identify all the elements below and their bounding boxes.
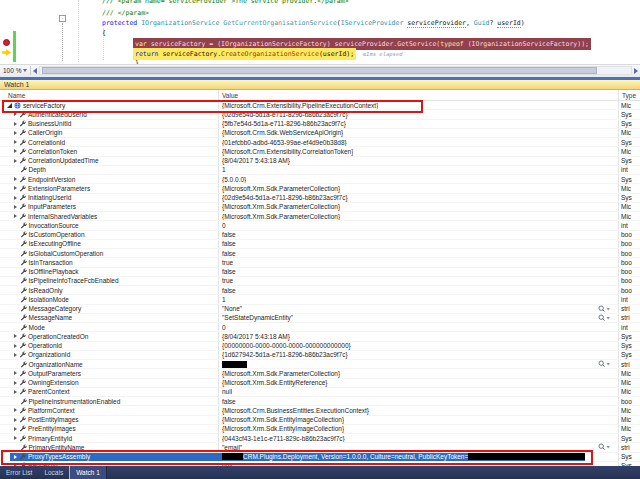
watch-row-PlatformContext[interactable]: PlatformContext{Microsoft.Crm.BusinessEn… <box>0 406 640 415</box>
watch-row-InvocationSource[interactable]: InvocationSource0int <box>0 221 640 230</box>
magnifier-icon[interactable] <box>598 314 611 322</box>
watch-row-CorrelationId[interactable]: CorrelationId{01efcbb0-adbd-4653-99ae-ef… <box>0 138 640 147</box>
watch-row-InputParameters[interactable]: InputParameters{Microsoft.Xrm.Sdk.Parame… <box>0 203 640 212</box>
text-visualizer-control[interactable] <box>598 443 611 451</box>
watch-row-PostEntityImages[interactable]: PostEntityImages{Microsoft.Xrm.Sdk.Entit… <box>0 416 640 425</box>
row-type-label: boo <box>621 286 632 294</box>
row-type-label: int <box>621 295 628 303</box>
watch-row-OrganizationName[interactable]: OrganizationNamestri <box>0 360 640 369</box>
watch-row-CorrelationUpdatedTime[interactable]: CorrelationUpdatedTime{8/04/2017 5:43:18… <box>0 157 640 166</box>
magnifier-icon[interactable] <box>598 360 611 368</box>
column-header-value[interactable]: Value <box>222 92 238 99</box>
magnifier-icon[interactable] <box>598 443 611 451</box>
editor-zoom-control[interactable]: 100 % <box>0 67 30 74</box>
watch-row-IsReadOnly[interactable]: IsReadOnlyfalseboo <box>0 286 640 295</box>
watch-row-PipelineInstrumentationEnabled[interactable]: PipelineInstrumentationEnabledfalseboo <box>0 397 640 406</box>
column-divider[interactable] <box>218 90 219 466</box>
watch-row-IsExecutingOffline[interactable]: IsExecutingOfflinefalseboo <box>0 240 640 249</box>
watch-row-MessageCategory[interactable]: MessageCategory"None"stri <box>0 305 640 314</box>
expand-arrow-icon[interactable] <box>14 390 17 394</box>
expand-arrow-icon[interactable] <box>14 214 17 218</box>
watch-row-IsPipelineInfoTraceFcbEnabled[interactable]: IsPipelineInfoTraceFcbEnabledtrueboo <box>0 277 640 286</box>
expand-arrow-icon[interactable] <box>14 140 17 144</box>
expand-arrow-icon[interactable] <box>14 371 17 375</box>
row-value-cell: "None" <box>222 305 242 313</box>
scrollbar-thumb[interactable] <box>42 67 597 74</box>
watch-row-Depth[interactable]: Depth1int <box>0 166 640 175</box>
watch-row-CorrelationToken[interactable]: CorrelationToken{Microsoft.Crm.Extensibi… <box>0 147 640 156</box>
watch-row-IsGlobalCustomOperation[interactable]: IsGlobalCustomOperationfalseboo <box>0 249 640 258</box>
column-header-name[interactable]: Name <box>8 92 25 99</box>
watch-row-OperationId[interactable]: OperationId{00000000-0000-0000-0000-0000… <box>0 342 640 351</box>
watch-row-ExtensionParameters[interactable]: ExtensionParameters{Microsoft.Xrm.Sdk.Pa… <box>0 184 640 193</box>
row-value-label: false <box>222 240 236 247</box>
expand-arrow-icon[interactable] <box>14 334 17 338</box>
watch-row-ParentContext[interactable]: ParentContextnullMic <box>0 388 640 397</box>
expand-arrow-icon[interactable] <box>14 436 17 440</box>
watch-row-CallerOrigin[interactable]: CallerOrigin{Microsoft.Crm.Sdk.WebServic… <box>0 129 640 138</box>
property-wrench-icon <box>20 277 27 284</box>
expand-arrow-icon[interactable] <box>14 418 17 422</box>
watch-row-IsInTransaction[interactable]: IsInTransactiontrueboo <box>0 258 640 267</box>
expand-arrow-icon[interactable] <box>14 149 17 153</box>
row-type-label: Mic <box>621 184 631 192</box>
watch-row-EndpointVersion[interactable]: EndpointVersion{5.0.0.0}Sys <box>0 175 640 184</box>
horizontal-scrollbar[interactable] <box>39 66 632 75</box>
expand-arrow-icon[interactable] <box>14 112 17 116</box>
watch-row-BusinessUnitId[interactable]: BusinessUnitId{5fb7e54d-5d1a-e711-8296-b… <box>0 120 640 129</box>
expand-arrow-icon[interactable] <box>14 196 17 200</box>
tool-window-tab-watch-1[interactable]: Watch 1 <box>69 466 107 479</box>
expand-arrow-icon[interactable] <box>14 159 17 163</box>
property-wrench-icon <box>19 194 26 201</box>
scroll-left-icon[interactable] <box>33 68 37 74</box>
watch-row-IsolationMode[interactable]: IsolationMode1int <box>0 295 640 304</box>
scroll-right-icon[interactable] <box>634 68 638 74</box>
expand-arrow-icon[interactable] <box>14 381 17 385</box>
column-header-type[interactable]: Type <box>622 92 636 99</box>
code-editor[interactable]: - /// <param name="serviceProvider">The … <box>0 0 640 64</box>
watch-row-OperationCreatedOn[interactable]: OperationCreatedOn{8/04/2017 5:43:18 AM}… <box>0 332 640 341</box>
row-value-label: false <box>222 231 236 238</box>
expand-arrow-icon[interactable] <box>14 122 17 126</box>
watch-row-PreEntityImages[interactable]: PreEntityImages{Microsoft.Xrm.Sdk.Entity… <box>0 425 640 434</box>
text-visualizer-control[interactable] <box>598 314 611 322</box>
expand-arrow-icon[interactable] <box>14 408 17 412</box>
row-name-label: IsolationMode <box>29 296 69 303</box>
breakpoint-icon[interactable] <box>3 39 10 46</box>
tool-window-tab-error-list[interactable]: Error List <box>0 466 38 479</box>
property-wrench-icon <box>19 129 26 136</box>
row-value-cell: {Microsoft.Xrm.Sdk.EntityReference} <box>222 379 328 387</box>
watch-row-IsOfflinePlayback[interactable]: IsOfflinePlaybackfalseboo <box>0 268 640 277</box>
watch-row-IsCustomOperation[interactable]: IsCustomOperationfalseboo <box>0 231 640 240</box>
expand-arrow-icon[interactable] <box>14 177 17 181</box>
watch-row-OutputParameters[interactable]: OutputParameters{Microsoft.Xrm.Sdk.Param… <box>0 369 640 378</box>
watch-row-Mode[interactable]: Mode0int <box>0 323 640 332</box>
expand-arrow-icon[interactable] <box>14 353 17 357</box>
tool-window-tab-locals[interactable]: Locals <box>38 466 69 479</box>
row-value-cell: {0443cf43-1e1c-e711-829c-b86b23ac9f7c} <box>222 434 345 442</box>
chevron-down-icon[interactable] <box>23 69 27 72</box>
row-value-label: 1 <box>222 166 226 173</box>
watch-window-title-bar[interactable]: Watch 1 <box>0 80 640 91</box>
watch-row-PrimaryEntityId[interactable]: PrimaryEntityId{0443cf43-1e1c-e711-829c-… <box>0 434 640 443</box>
watch-row-InitiatingUserId[interactable]: InitiatingUserId{02d9e54d-5d1a-e711-8296… <box>0 194 640 203</box>
watch-row-InternalSharedVariables[interactable]: InternalSharedVariables{Microsoft.Xrm.Sd… <box>0 212 640 221</box>
expand-arrow-icon[interactable] <box>14 205 17 209</box>
column-divider[interactable] <box>618 90 619 466</box>
watch-row-OwningExtension[interactable]: OwningExtension{Microsoft.Xrm.Sdk.Entity… <box>0 379 640 388</box>
row-type-label: Sys <box>621 342 632 350</box>
collapse-outline-icon[interactable]: - <box>59 15 66 22</box>
expand-arrow-icon[interactable] <box>14 186 17 190</box>
watch-row-OrganizationId[interactable]: OrganizationId{1d627942-5d1a-e711-8296-b… <box>0 351 640 360</box>
watch-row-MessageName[interactable]: MessageName"SetStateDynamicEntity"stri <box>0 314 640 323</box>
expand-arrow-icon[interactable] <box>14 427 17 431</box>
row-value-label: false <box>222 250 236 257</box>
row-name-label: IsOfflinePlayback <box>29 268 79 275</box>
magnifier-icon[interactable] <box>598 305 611 313</box>
text-visualizer-control[interactable] <box>598 305 611 313</box>
text-visualizer-control[interactable] <box>598 360 611 368</box>
expand-arrow-icon[interactable] <box>14 131 17 135</box>
expand-arrow-icon[interactable] <box>14 344 17 348</box>
row-name-cell: InvocationSource <box>14 221 79 229</box>
row-type-label: Mic <box>621 425 631 433</box>
